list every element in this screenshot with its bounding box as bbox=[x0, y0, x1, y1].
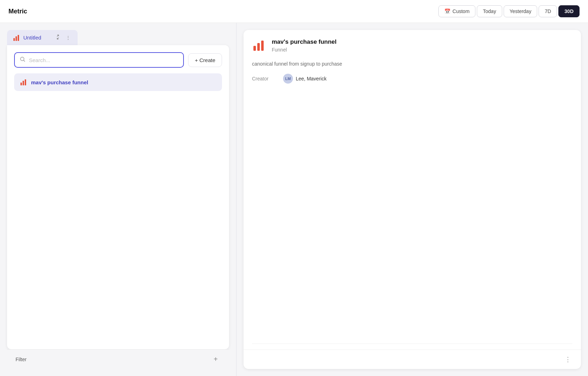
svg-rect-5 bbox=[23, 81, 24, 85]
bottom-bar: Filter + bbox=[7, 349, 229, 369]
preview-header: mav's purchase funnel Funnel bbox=[252, 38, 572, 53]
date-filter-custom[interactable]: 📅 Custom bbox=[438, 5, 475, 17]
page-title: Metric bbox=[8, 8, 27, 15]
date-filter-today[interactable]: Today bbox=[477, 5, 502, 17]
list-item-name: mav's purchase funnel bbox=[31, 79, 88, 85]
preview-title-block: mav's purchase funnel Funnel bbox=[272, 38, 572, 53]
tab-label: Untitled bbox=[23, 35, 41, 41]
preview-icon-wrap bbox=[252, 38, 266, 53]
search-row: + Create bbox=[14, 52, 222, 68]
create-button[interactable]: + Create bbox=[188, 53, 222, 67]
date-filter-yesterday[interactable]: Yesterday bbox=[504, 5, 538, 17]
svg-rect-6 bbox=[25, 79, 26, 85]
preview-type: Funnel bbox=[272, 47, 572, 53]
tab-collapse-btn[interactable] bbox=[54, 34, 62, 42]
svg-rect-8 bbox=[257, 43, 260, 51]
creator-avatar: LM bbox=[283, 74, 293, 84]
date-filter-7d[interactable]: 7D bbox=[539, 5, 557, 17]
list-item[interactable]: mav's purchase funnel bbox=[14, 73, 222, 91]
preview-description: canonical funnel from signup to purchase bbox=[252, 61, 572, 67]
preview-funnel-icon bbox=[252, 39, 266, 52]
svg-rect-2 bbox=[18, 35, 19, 41]
add-filter-button[interactable]: + bbox=[211, 354, 221, 364]
tab-more-btn[interactable]: ⋮ bbox=[64, 34, 72, 41]
date-filter-group: 📅 Custom Today Yesterday 7D 30D bbox=[438, 5, 580, 17]
filter-label: Filter bbox=[16, 357, 26, 362]
search-input[interactable] bbox=[29, 57, 178, 63]
metric-list: mav's purchase funnel bbox=[14, 73, 222, 91]
preview-title: mav's purchase funnel bbox=[272, 38, 572, 46]
svg-rect-9 bbox=[261, 41, 264, 51]
tab-bar: Untitled ⋮ bbox=[7, 30, 229, 45]
preview-more-button[interactable]: ⋮ bbox=[562, 354, 574, 365]
creator-label: Creator bbox=[252, 76, 280, 81]
preview-divider bbox=[252, 344, 572, 344]
search-input-wrapper bbox=[14, 52, 184, 68]
left-panel: Untitled ⋮ bbox=[0, 23, 236, 376]
search-icon bbox=[20, 56, 25, 63]
preview-card-footer: ⋮ bbox=[244, 350, 581, 369]
list-item-funnel-icon bbox=[20, 78, 28, 86]
svg-rect-4 bbox=[20, 83, 22, 85]
svg-rect-1 bbox=[16, 36, 17, 41]
main-content: Untitled ⋮ bbox=[0, 23, 588, 376]
tab-untitled[interactable]: Untitled ⋮ bbox=[7, 30, 78, 45]
tab-funnel-icon bbox=[13, 34, 20, 42]
preview-card-body: mav's purchase funnel Funnel canonical f… bbox=[244, 30, 581, 344]
metric-selector-panel: + Create mav's purchase funnel bbox=[7, 45, 229, 349]
calendar-icon: 📅 bbox=[444, 8, 450, 14]
svg-rect-0 bbox=[13, 38, 15, 41]
top-bar: Metric 📅 Custom Today Yesterday 7D 30D bbox=[0, 0, 588, 23]
svg-rect-7 bbox=[253, 46, 256, 51]
preview-card: mav's purchase funnel Funnel canonical f… bbox=[244, 30, 581, 369]
creator-name: Lee, Maverick bbox=[296, 76, 326, 81]
right-panel: mav's purchase funnel Funnel canonical f… bbox=[236, 23, 588, 376]
preview-creator-row: Creator LM Lee, Maverick bbox=[252, 74, 572, 84]
date-filter-30d[interactable]: 30D bbox=[558, 5, 580, 17]
